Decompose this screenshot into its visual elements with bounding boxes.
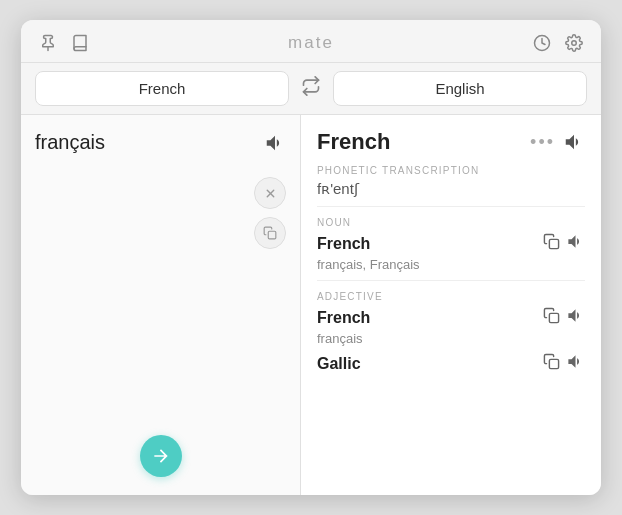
source-word: français (35, 131, 105, 154)
right-panel: French ••• PHONETIC TRANSCRIPTION fʀ'ent… (301, 115, 601, 495)
main-content: français French • (21, 115, 601, 495)
translate-button[interactable] (140, 435, 182, 477)
noun-sub-1: français, Français (317, 257, 585, 272)
adjective-word-1: French (317, 309, 370, 327)
divider-1 (317, 206, 585, 207)
copy-noun-button[interactable] (543, 233, 560, 255)
history-button[interactable] (531, 32, 553, 54)
pin-button[interactable] (37, 32, 59, 54)
adjective-sub-1: français (317, 331, 585, 346)
settings-button[interactable] (563, 32, 585, 54)
speak-noun-button[interactable] (566, 232, 585, 256)
title-bar-left (37, 32, 91, 54)
translation-word: French (317, 129, 390, 155)
translation-speak-button[interactable] (563, 131, 585, 153)
title-bar: mate (21, 20, 601, 63)
adjective-entry-actions-2 (543, 352, 585, 376)
title-bar-right (531, 32, 585, 54)
left-actions (254, 177, 286, 249)
copy-adjective-button-2[interactable] (543, 353, 560, 375)
adjective-entry-1: French français (317, 306, 585, 346)
adjective-entry-row-1: French (317, 306, 585, 330)
noun-label: NOUN (317, 217, 585, 228)
history-book-button[interactable] (69, 32, 91, 54)
adjective-entry-row-2: Gallic (317, 352, 585, 376)
adjective-entry-2: Gallic (317, 352, 585, 376)
target-lang-button[interactable]: English (333, 71, 587, 106)
noun-entry-row-1: French (317, 232, 585, 256)
adjective-entry-actions-1 (543, 306, 585, 330)
copy-adjective-button-1[interactable] (543, 307, 560, 329)
noun-entry-1: French français, Français (317, 232, 585, 272)
svg-rect-5 (268, 231, 276, 239)
noun-word-1: French (317, 235, 370, 253)
left-panel: français (21, 115, 301, 495)
phonetic-text: fʀ'entʃ (317, 180, 585, 198)
close-button[interactable] (254, 177, 286, 209)
translation-header: French ••• (317, 129, 585, 155)
speak-adjective-button-1[interactable] (566, 306, 585, 330)
app-window: mate French English français (21, 20, 601, 495)
noun-entry-actions-1 (543, 232, 585, 256)
svg-rect-8 (549, 359, 558, 368)
translation-header-actions: ••• (530, 131, 585, 153)
more-options-button[interactable]: ••• (530, 132, 555, 153)
app-title: mate (288, 33, 334, 53)
divider-2 (317, 280, 585, 281)
source-word-row: français (35, 131, 286, 154)
lang-bar: French English (21, 63, 601, 115)
source-lang-button[interactable]: French (35, 71, 289, 106)
adjective-label: ADJECTIVE (317, 291, 585, 302)
speak-adjective-button-2[interactable] (566, 352, 585, 376)
source-speak-button[interactable] (264, 132, 286, 154)
svg-rect-7 (549, 313, 558, 322)
svg-rect-6 (549, 239, 558, 248)
svg-point-2 (572, 41, 577, 46)
phonetic-label: PHONETIC TRANSCRIPTION (317, 165, 585, 176)
copy-source-button[interactable] (254, 217, 286, 249)
adjective-word-2: Gallic (317, 355, 361, 373)
swap-languages-button[interactable] (297, 76, 325, 101)
